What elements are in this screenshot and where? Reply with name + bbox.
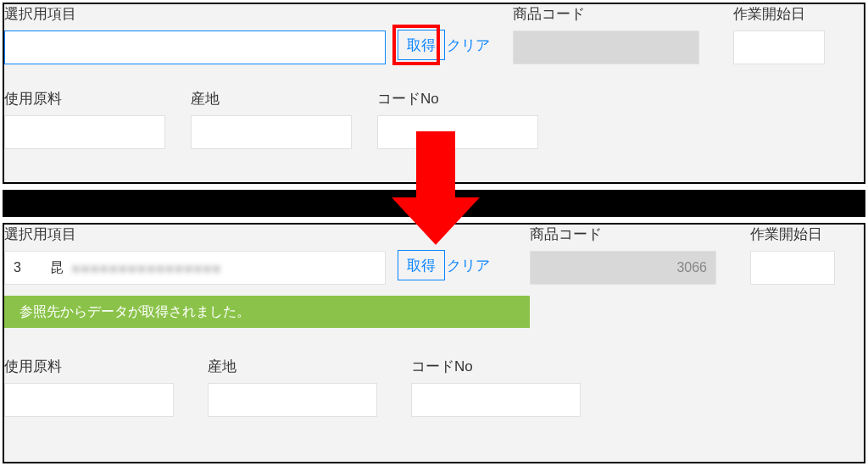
label-selection-item: 選択用項目 bbox=[4, 225, 386, 244]
fetch-button[interactable]: 取得 bbox=[398, 250, 445, 280]
product-code-field bbox=[513, 31, 699, 64]
selection-item-input[interactable] bbox=[4, 31, 386, 64]
fetch-button[interactable]: 取得 bbox=[398, 30, 445, 60]
raw-material-field[interactable] bbox=[4, 115, 165, 149]
origin-field[interactable] bbox=[191, 115, 352, 149]
label-selection-item: 選択用項目 bbox=[4, 4, 386, 24]
label-raw-material: 使用原料 bbox=[4, 357, 174, 376]
clear-button[interactable]: クリア bbox=[447, 30, 490, 60]
success-message: 参照先からデータが取得されました。 bbox=[4, 296, 530, 328]
product-code-field: 3066 bbox=[530, 251, 716, 285]
label-code-no: コードNo bbox=[411, 357, 581, 376]
clear-button[interactable]: クリア bbox=[447, 250, 490, 280]
label-work-start-date: 作業開始日 bbox=[750, 225, 842, 244]
work-start-date-field[interactable] bbox=[750, 251, 835, 285]
label-origin: 産地 bbox=[208, 357, 377, 376]
label-product-code: 商品コード bbox=[530, 225, 716, 244]
label-origin: 産地 bbox=[191, 89, 352, 108]
raw-material-field[interactable] bbox=[4, 383, 174, 417]
selection-blurred: ■■■■■■■■■■■■■■■■ bbox=[72, 261, 222, 275]
label-raw-material: 使用原料 bbox=[4, 89, 165, 108]
label-product-code: 商品コード bbox=[513, 4, 699, 24]
selection-visible: 昆 bbox=[50, 259, 64, 277]
work-start-date-field[interactable] bbox=[733, 31, 825, 64]
form-after: 選択用項目 3 昆 ■■■■■■■■■■■■■■■■ 取得 クリア 商品コード … bbox=[3, 223, 865, 463]
selection-prefix: 3 bbox=[14, 260, 21, 275]
label-code-no: コードNo bbox=[377, 89, 538, 108]
selection-item-input[interactable]: 3 昆 ■■■■■■■■■■■■■■■■ bbox=[4, 251, 386, 285]
label-work-start-date: 作業開始日 bbox=[733, 4, 835, 24]
code-no-field[interactable] bbox=[411, 383, 581, 417]
origin-field[interactable] bbox=[208, 383, 377, 417]
arrow-down-icon bbox=[392, 131, 480, 248]
